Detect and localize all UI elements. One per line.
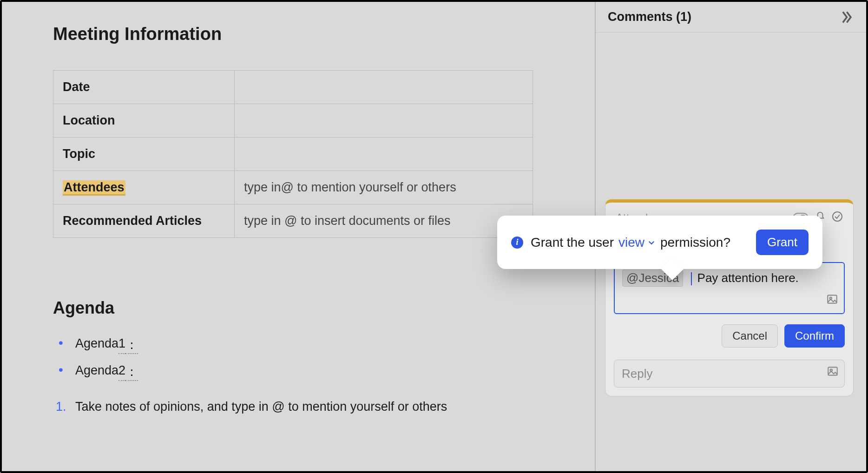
table-row: Attendeestype in@ to mention yourself or… bbox=[53, 171, 533, 204]
row-label: Location bbox=[53, 104, 235, 138]
row-label: Recommended Articles bbox=[53, 204, 235, 238]
row-value[interactable] bbox=[235, 138, 533, 171]
permission-popover: i Grant the user view permission? Grant bbox=[497, 216, 822, 269]
row-label: Topic bbox=[53, 138, 235, 171]
table-row: Topic bbox=[53, 138, 533, 171]
row-value[interactable]: type in@ to mention yourself or others bbox=[235, 171, 533, 204]
cancel-button[interactable]: Cancel bbox=[722, 324, 778, 348]
comments-panel-title: Comments (1) bbox=[608, 10, 691, 24]
table-row: Location bbox=[53, 104, 533, 138]
list-item[interactable]: Agenda 2： bbox=[53, 359, 544, 386]
perm-text-before: Grant the user bbox=[531, 235, 614, 250]
permission-level-label: view bbox=[618, 235, 644, 250]
reply-input[interactable]: Reply bbox=[614, 360, 845, 388]
section-heading-meeting-info: Meeting Information bbox=[53, 24, 544, 44]
chevron-down-icon bbox=[647, 238, 656, 247]
meeting-info-table: DateLocationTopicAttendeestype in@ to me… bbox=[53, 70, 533, 238]
agenda-steps: 1.Take notes of opinions, and type in @ … bbox=[53, 395, 544, 419]
row-value[interactable] bbox=[235, 104, 533, 138]
list-item[interactable]: 1.Take notes of opinions, and type in @ … bbox=[53, 395, 544, 419]
row-value[interactable]: type in @ to insert documents or files bbox=[235, 204, 533, 238]
svg-rect-1 bbox=[828, 295, 837, 303]
confirm-button[interactable]: Confirm bbox=[784, 324, 845, 348]
text-cursor bbox=[691, 272, 692, 285]
collapse-panel-button[interactable] bbox=[838, 9, 854, 25]
list-item[interactable]: Agenda 1： bbox=[53, 332, 544, 359]
agenda-list: Agenda 1：Agenda 2： bbox=[53, 332, 544, 386]
info-icon: i bbox=[511, 236, 523, 249]
table-row: Recommended Articlestype in @ to insert … bbox=[53, 204, 533, 238]
comment-body-text: Pay attention here. bbox=[697, 271, 799, 285]
resolve-check-icon[interactable] bbox=[832, 211, 843, 225]
reply-placeholder: Reply bbox=[622, 367, 652, 381]
section-heading-agenda: Agenda bbox=[53, 298, 544, 318]
grant-button[interactable]: Grant bbox=[756, 230, 809, 255]
svg-rect-3 bbox=[828, 367, 837, 375]
row-label: Date bbox=[53, 71, 235, 104]
insert-image-icon[interactable] bbox=[826, 293, 838, 309]
comment-input[interactable]: @Jessica Pay attention here. bbox=[614, 262, 845, 314]
svg-point-0 bbox=[833, 212, 842, 221]
row-label: Attendees bbox=[53, 171, 235, 204]
perm-text-after: permission? bbox=[660, 235, 730, 250]
permission-level-dropdown[interactable]: view bbox=[618, 235, 656, 250]
table-row: Date bbox=[53, 71, 533, 104]
insert-image-icon[interactable] bbox=[827, 365, 839, 381]
row-value[interactable] bbox=[235, 71, 533, 104]
